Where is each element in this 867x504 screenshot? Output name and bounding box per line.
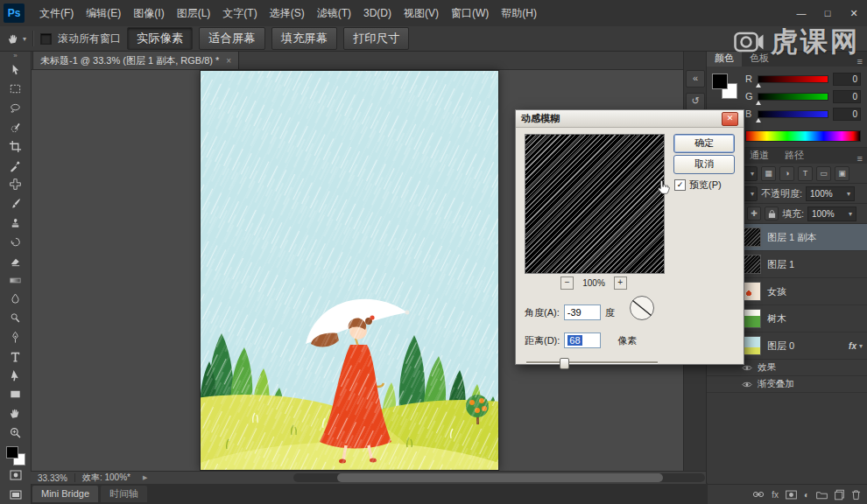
slider-marker[interactable] — [756, 118, 761, 122]
tab-mini-bridge[interactable]: Mini Bridge — [32, 486, 98, 502]
slider-marker[interactable] — [756, 101, 761, 105]
tab-swatches[interactable]: 色板 — [742, 50, 777, 66]
actual-pixels-button[interactable]: 实际像素 — [127, 27, 193, 50]
color-panel-swatches[interactable] — [712, 74, 740, 102]
angle-dial[interactable] — [628, 294, 656, 322]
eraser-tool[interactable] — [3, 251, 29, 270]
dialog-close-icon[interactable]: ✕ — [722, 112, 738, 126]
pen-tool[interactable] — [3, 328, 29, 347]
shape-tool[interactable] — [3, 385, 29, 404]
menu-type[interactable]: 文字(T) — [216, 0, 263, 26]
layer-effects-badge[interactable]: fx ▾ — [849, 341, 863, 351]
type-tool[interactable] — [3, 346, 29, 366]
tool-preset-dropdown[interactable]: ▾ — [7, 32, 26, 46]
path-selection-tool[interactable] — [3, 366, 29, 385]
toolbar-collapse-icon[interactable]: » — [13, 51, 17, 60]
adjustment-layer-icon[interactable]: ◐ — [804, 490, 809, 500]
blue-value-field[interactable]: 0 — [833, 108, 861, 121]
fill-screen-button[interactable]: 填充屏幕 — [271, 27, 337, 50]
link-layers-icon[interactable] — [752, 491, 765, 498]
opacity-field[interactable]: 100% ▾ — [806, 186, 855, 201]
menu-select[interactable]: 选择(S) — [264, 0, 311, 26]
slider-marker[interactable] — [756, 83, 761, 88]
lock-all-icon[interactable] — [765, 206, 779, 220]
slider-track[interactable] — [526, 361, 658, 364]
close-button[interactable]: ✕ — [848, 8, 860, 19]
blur-tool[interactable] — [3, 290, 29, 309]
zoom-tool[interactable] — [3, 424, 29, 443]
gradient-tool[interactable] — [3, 270, 29, 290]
filter-type-layers-icon[interactable]: T — [798, 166, 813, 181]
delete-layer-icon[interactable] — [851, 489, 861, 500]
fit-screen-button[interactable]: 适合屏幕 — [199, 27, 264, 50]
hand-tool[interactable] — [3, 404, 29, 424]
quick-selection-tool[interactable] — [3, 117, 29, 136]
ok-button[interactable]: 确定 — [673, 134, 735, 153]
history-brush-tool[interactable] — [3, 232, 29, 251]
document-canvas[interactable] — [200, 70, 499, 471]
distance-input[interactable]: 68 — [564, 332, 601, 348]
green-slider[interactable] — [758, 93, 828, 101]
blue-slider[interactable] — [758, 110, 828, 118]
menu-edit[interactable]: 编辑(E) — [80, 0, 127, 26]
crop-tool[interactable] — [3, 136, 29, 156]
slider-thumb[interactable] — [560, 358, 569, 369]
menu-3d[interactable]: 3D(D) — [357, 0, 398, 26]
layer-style-icon[interactable]: fx — [772, 490, 779, 500]
eyedropper-tool[interactable] — [3, 156, 29, 175]
color-spectrum-ramp[interactable] — [745, 130, 861, 142]
menu-layer[interactable]: 图层(L) — [171, 0, 217, 26]
fill-field[interactable]: 100% ▾ — [807, 206, 856, 221]
minimize-button[interactable]: — — [795, 8, 807, 18]
gradient-overlay-row[interactable]: 渐变叠加 — [707, 376, 867, 393]
screen-mode-button[interactable] — [3, 485, 29, 504]
new-layer-icon[interactable] — [835, 489, 844, 500]
tab-paths[interactable]: 路径 — [777, 147, 812, 164]
filter-shape-layers-icon[interactable]: ▭ — [816, 166, 831, 181]
horizontal-scrollbar[interactable] — [293, 473, 705, 482]
document-tab-close-icon[interactable]: × — [226, 56, 231, 66]
menu-image[interactable]: 图像(I) — [127, 0, 170, 26]
visibility-eye-icon[interactable] — [742, 381, 752, 388]
status-options-arrow-icon[interactable]: ▶ — [143, 474, 147, 481]
quick-mask-button[interactable] — [3, 466, 29, 485]
foreground-color-swatch[interactable] — [6, 446, 18, 458]
filter-smart-objects-icon[interactable]: ▣ — [835, 166, 849, 181]
menu-view[interactable]: 视图(V) — [398, 0, 445, 26]
lock-position-icon[interactable]: ✚ — [747, 206, 761, 220]
foreground-color-swatch[interactable] — [712, 74, 728, 89]
panel-menu-icon[interactable]: ≡ — [852, 153, 867, 164]
foreground-background-swatches[interactable] — [5, 445, 26, 466]
history-panel-icon[interactable]: ↺ — [686, 93, 705, 110]
cancel-button[interactable]: 取消 — [673, 155, 735, 174]
menu-filter[interactable]: 滤镜(T) — [311, 0, 357, 26]
red-value-field[interactable]: 0 — [833, 73, 861, 86]
healing-brush-tool[interactable] — [3, 175, 29, 194]
blur-preview-image[interactable] — [525, 134, 665, 274]
menu-window[interactable]: 窗口(W) — [445, 0, 495, 26]
filter-adjustment-layers-icon[interactable]: ◑ — [779, 166, 794, 181]
dodge-tool[interactable] — [3, 309, 29, 328]
zoom-level-field[interactable]: 33.33% — [31, 473, 74, 483]
filter-pixel-layers-icon[interactable]: ▦ — [761, 166, 776, 181]
green-value-field[interactable]: 0 — [833, 90, 861, 103]
angle-input[interactable]: -39 — [564, 304, 601, 320]
menu-file[interactable]: 文件(F) — [33, 0, 80, 26]
dialog-title-bar[interactable]: 动感模糊 ✕ — [516, 110, 744, 128]
brush-tool[interactable] — [3, 194, 29, 214]
scroll-all-windows-checkbox[interactable] — [40, 33, 52, 45]
clone-stamp-tool[interactable] — [3, 214, 29, 233]
menu-help[interactable]: 帮助(H) — [495, 0, 543, 26]
zoom-out-button[interactable]: − — [560, 276, 574, 290]
document-tab[interactable]: 未标题-1 @ 33.3% (图层 1 副本, RGB/8) * × — [32, 51, 239, 69]
panel-menu-icon[interactable]: ≡ — [852, 56, 867, 66]
red-slider[interactable] — [758, 75, 828, 83]
tab-timeline[interactable]: 时间轴 — [101, 486, 147, 502]
preview-checkbox[interactable]: ✓ — [674, 179, 686, 191]
lasso-tool[interactable] — [3, 99, 29, 118]
move-tool[interactable] — [3, 60, 29, 80]
add-mask-icon[interactable] — [786, 490, 797, 500]
marquee-tool[interactable] — [3, 80, 29, 99]
horizontal-scrollbar-thumb[interactable] — [337, 473, 663, 482]
zoom-in-button[interactable]: + — [614, 276, 627, 290]
